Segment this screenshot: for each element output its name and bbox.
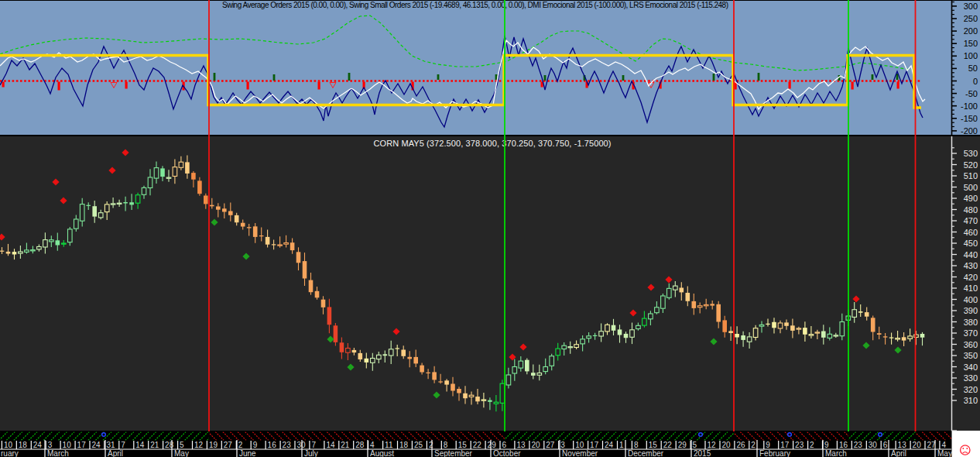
svg-text:30: 30 [297, 441, 307, 449]
svg-text:September: September [434, 449, 473, 457]
svg-text:2: 2 [429, 441, 433, 449]
svg-text:April: April [891, 449, 906, 457]
svg-text:18: 18 [19, 441, 28, 449]
svg-text:460: 460 [964, 228, 978, 237]
svg-text:450: 450 [964, 239, 978, 248]
svg-text:ruary: ruary [1, 449, 19, 457]
svg-text:February: February [759, 449, 790, 457]
svg-text:200: 200 [964, 26, 978, 36]
svg-text:410: 410 [964, 283, 978, 293]
svg-text:CORN MAY5 (372.500, 378.000, 3: CORN MAY5 (372.500, 378.000, 370.250, 37… [374, 139, 612, 148]
svg-text:320: 320 [964, 385, 978, 394]
svg-text:May: May [937, 449, 952, 457]
svg-text:2: 2 [751, 441, 756, 449]
svg-text:530: 530 [964, 149, 978, 158]
svg-text:100: 100 [964, 51, 978, 60]
svg-text:420: 420 [964, 273, 978, 282]
svg-text:24: 24 [92, 441, 101, 449]
svg-text:Swing Average Orders 2015 (0.0: Swing Average Orders 2015 (0.00, 0.00), … [222, 1, 728, 9]
svg-text:360: 360 [964, 340, 978, 349]
svg-text:December: December [628, 449, 664, 457]
svg-text:250: 250 [964, 14, 978, 23]
svg-text:-150: -150 [961, 114, 978, 123]
svg-text:17: 17 [77, 441, 87, 449]
svg-text:5: 5 [180, 441, 184, 449]
svg-text:520: 520 [964, 160, 978, 170]
svg-text:9: 9 [253, 441, 258, 449]
svg-text:3: 3 [48, 441, 53, 449]
svg-text:May: May [174, 449, 189, 457]
svg-text:21: 21 [341, 441, 350, 449]
svg-text:7: 7 [121, 441, 125, 449]
svg-text:2015: 2015 [694, 449, 711, 457]
svg-text:27: 27 [546, 441, 555, 449]
svg-text:August: August [370, 449, 394, 457]
svg-text:29: 29 [488, 441, 497, 449]
svg-text:1: 1 [619, 441, 624, 449]
svg-text:22: 22 [663, 441, 673, 449]
svg-text:10: 10 [4, 441, 13, 449]
svg-text:15: 15 [649, 441, 658, 449]
svg-text:490: 490 [964, 194, 978, 203]
svg-text:350: 350 [964, 351, 978, 360]
svg-text:310: 310 [964, 396, 978, 405]
svg-text:29: 29 [678, 441, 687, 449]
svg-text:500: 500 [964, 183, 978, 192]
svg-text:4: 4 [941, 441, 946, 449]
svg-text:23: 23 [854, 441, 863, 449]
svg-text:27: 27 [927, 441, 937, 449]
svg-text:27: 27 [224, 441, 233, 449]
svg-text:300: 300 [964, 2, 978, 11]
svg-text:October: October [493, 449, 521, 457]
svg-text:440: 440 [964, 250, 978, 259]
svg-text:8: 8 [634, 441, 639, 449]
svg-text:March: March [47, 449, 69, 457]
svg-text:13: 13 [898, 441, 907, 449]
svg-text:12: 12 [194, 441, 204, 449]
svg-text:26: 26 [736, 441, 745, 449]
svg-text:16: 16 [839, 441, 848, 449]
svg-text:150: 150 [964, 39, 978, 48]
svg-text:-50: -50 [965, 89, 978, 98]
svg-text:4: 4 [370, 441, 375, 449]
svg-text:16: 16 [268, 441, 277, 449]
svg-text:November: November [562, 449, 598, 457]
svg-text:June: June [239, 449, 256, 457]
svg-text:20: 20 [722, 441, 732, 449]
svg-text:470: 470 [964, 216, 978, 225]
svg-text:March: March [825, 449, 847, 457]
svg-text:-100: -100 [961, 101, 978, 111]
svg-text:31: 31 [106, 441, 115, 449]
svg-text:400: 400 [964, 295, 978, 304]
svg-text:23: 23 [795, 441, 804, 449]
svg-text:50: 50 [968, 64, 978, 73]
svg-text:14: 14 [135, 441, 145, 449]
svg-text:15: 15 [458, 441, 468, 449]
svg-text:6: 6 [502, 441, 507, 449]
svg-text:24: 24 [605, 441, 614, 449]
svg-text:19: 19 [209, 441, 218, 449]
svg-text:10: 10 [63, 441, 72, 449]
svg-text:24: 24 [33, 441, 43, 449]
svg-text:8: 8 [444, 441, 448, 449]
svg-text:510: 510 [964, 171, 978, 180]
svg-text:28: 28 [165, 441, 174, 449]
svg-text:20: 20 [531, 441, 540, 449]
svg-text:-200: -200 [961, 126, 978, 136]
svg-text:28: 28 [355, 441, 365, 449]
svg-text:22: 22 [473, 441, 482, 449]
svg-text:30: 30 [869, 441, 878, 449]
svg-text:480: 480 [964, 205, 978, 215]
svg-text:23: 23 [283, 441, 292, 449]
svg-text:April: April [108, 449, 123, 457]
svg-text:370: 370 [964, 328, 978, 338]
svg-text:21: 21 [150, 441, 159, 449]
svg-text:3: 3 [560, 441, 565, 449]
svg-text:9: 9 [824, 441, 829, 449]
svg-text:330: 330 [964, 373, 978, 383]
svg-text:380: 380 [964, 318, 978, 327]
svg-text:13: 13 [516, 441, 526, 449]
svg-text:0: 0 [973, 77, 978, 86]
svg-text:25: 25 [414, 441, 423, 449]
svg-text:2: 2 [238, 441, 243, 449]
